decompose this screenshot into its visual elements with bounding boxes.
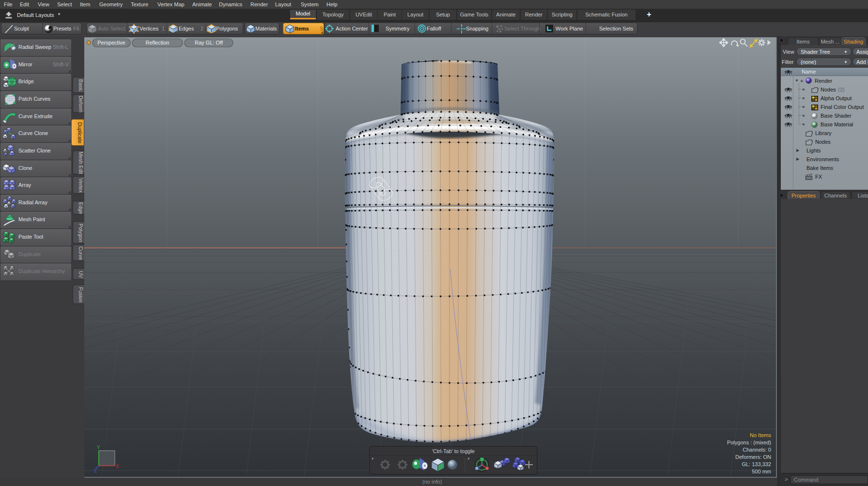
- svg-text:500 mm: 500 mm: [752, 469, 771, 474]
- svg-text:Curve: Curve: [78, 246, 84, 260]
- svg-text:Deform: Deform: [78, 96, 84, 113]
- svg-text:Y: Y: [97, 445, 100, 450]
- svg-text:Perspective: Perspective: [97, 40, 125, 46]
- svg-text:X: X: [116, 464, 119, 469]
- svg-text:Mesh Edit: Mesh Edit: [78, 152, 84, 174]
- svg-text:Polygon: Polygon: [78, 224, 84, 242]
- svg-text:Channels: 0: Channels: 0: [743, 447, 771, 453]
- svg-text:Edge: Edge: [78, 202, 84, 214]
- svg-text:Ray GL: Off: Ray GL: Off: [195, 40, 223, 46]
- svg-text:UV: UV: [78, 271, 84, 278]
- svg-text:Vertex: Vertex: [78, 178, 84, 193]
- svg-text:Z: Z: [94, 468, 97, 473]
- svg-text:Duplicate: Duplicate: [77, 122, 83, 144]
- svg-text:No Items: No Items: [750, 432, 772, 438]
- svg-text:Fusion: Fusion: [78, 287, 84, 303]
- svg-text:GL: 133,332: GL: 133,332: [742, 461, 771, 467]
- svg-text:'Ctrl-Tab' to toggle: 'Ctrl-Tab' to toggle: [432, 448, 475, 454]
- svg-text:Deformers: ON: Deformers: ON: [735, 454, 771, 460]
- svg-text:Basic: Basic: [78, 79, 84, 92]
- svg-text:Reflection: Reflection: [146, 40, 170, 46]
- svg-text:Polygons : (mixed): Polygons : (mixed): [727, 440, 771, 445]
